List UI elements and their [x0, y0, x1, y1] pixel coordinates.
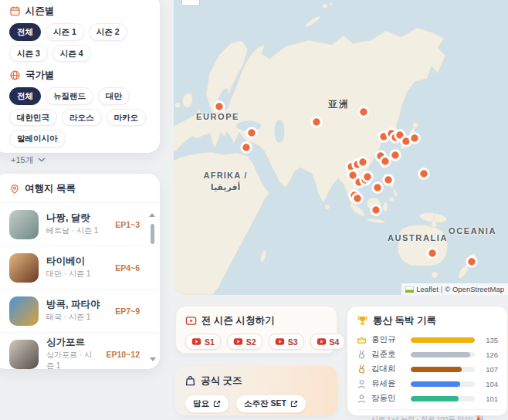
season-chip-2[interactable]: 시즌 2: [89, 23, 127, 41]
show-more-countries-button[interactable]: +15개: [11, 154, 46, 166]
map-marker[interactable]: [215, 102, 224, 111]
play-icon: [233, 337, 243, 347]
season-filter-header: 시즌별: [9, 5, 152, 18]
watch-header: 전 시즌 시청하기: [185, 314, 327, 327]
rank-icon: [357, 378, 367, 389]
destination-thumbnail: [9, 210, 39, 239]
scroll-down-icon[interactable]: [149, 357, 156, 361]
record-bar-fill: [411, 352, 470, 357]
map-marker[interactable]: [363, 172, 372, 181]
list-scrollbar[interactable]: [149, 206, 156, 361]
map-marker[interactable]: [428, 249, 437, 258]
record-bar-track: [411, 337, 475, 343]
map-marker[interactable]: [371, 205, 381, 215]
country-filter-label: 국가별: [25, 69, 55, 82]
scroll-up-icon[interactable]: [149, 206, 156, 220]
map-marker[interactable]: [242, 143, 251, 152]
goods-button-1[interactable]: 소주잔 SET: [235, 395, 306, 413]
record-bar-fill: [411, 337, 475, 343]
rank-icon: [357, 349, 367, 360]
destination-item[interactable]: 싱가포르싱가포르 · 시즌 1EP10~12: [0, 332, 160, 369]
record-row: 홍인규135: [357, 334, 498, 346]
zoom-out-button[interactable]: [181, 0, 200, 6]
silver-medal-icon: [357, 350, 367, 360]
goods-button-0[interactable]: 담요: [185, 395, 229, 413]
map-marker[interactable]: [410, 134, 419, 143]
destination-item[interactable]: 타이베이대만 · 시즌 1EP4~6: [0, 246, 160, 289]
map-marker[interactable]: [391, 151, 400, 160]
season-chip-0[interactable]: 전체: [9, 23, 41, 41]
watch-season-button-s4[interactable]: S4: [310, 334, 346, 350]
watch-season-button-s2[interactable]: S2: [227, 334, 262, 350]
play-icon: [275, 337, 285, 347]
map-marker[interactable]: [358, 158, 367, 167]
record-bar-fill: [411, 367, 462, 372]
play-icon: [317, 337, 327, 347]
watch-buttons: S1S2S3S4: [185, 334, 327, 350]
map-marker[interactable]: [467, 257, 476, 266]
record-row: 유세윤104: [357, 378, 498, 390]
map-label-europe: EUROPE: [196, 112, 239, 121]
destination-title: 방콕, 파타야: [46, 299, 107, 311]
map-label-africa: AFRIKA / أفريقيا: [202, 170, 249, 193]
record-value: 101: [479, 395, 498, 403]
destination-items: 나짱, 달랏베트남 · 시즌 1EP1~3타이베이대만 · 시즌 1EP4~6방…: [0, 203, 160, 369]
map-marker[interactable]: [381, 157, 390, 166]
destination-item[interactable]: 방콕, 파타야태국 · 시즌 1EP7~9: [0, 289, 160, 332]
destination-list-header: 여행지 목록: [0, 174, 160, 203]
map-marker[interactable]: [353, 194, 362, 203]
destination-item[interactable]: 나짱, 달랏베트남 · 시즌 1EP1~3: [0, 203, 160, 246]
map-marker[interactable]: [312, 117, 321, 127]
play-outline-icon: [185, 315, 197, 327]
season-chip-4[interactable]: 시즌 4: [52, 45, 91, 63]
episode-badge: EP1~3: [115, 220, 140, 229]
record-bar-fill: [411, 381, 460, 387]
watch-season-button-s1[interactable]: S1: [185, 334, 221, 350]
country-chip-3[interactable]: 대한민국: [9, 109, 57, 127]
rank-icon: [357, 364, 367, 374]
filter-panel: 시즌별 전체시즌 1시즌 2시즌 3시즌 4 국가별 전체뉴질랜드대만대한민국라…: [0, 0, 160, 153]
destination-info: 방콕, 파타야태국 · 시즌 1: [46, 299, 107, 323]
country-chip-6[interactable]: 말레이시아: [9, 130, 66, 147]
record-value: 104: [479, 380, 498, 388]
country-chip-1[interactable]: 뉴질랜드: [46, 87, 93, 105]
map-marker[interactable]: [247, 128, 256, 137]
country-chip-2[interactable]: 대만: [98, 87, 130, 105]
goods-buttons: 담요소주잔 SET: [185, 395, 328, 413]
scrollbar-thumb[interactable]: [151, 224, 154, 244]
record-panel: 통산 독박 기록 홍인규135김준호126김대희107유세윤104장동민101 …: [347, 306, 508, 416]
country-chip-5[interactable]: 마카오: [107, 109, 147, 127]
map-label-oceania: OCEANIA: [449, 226, 496, 235]
episode-badge: EP10~12: [107, 350, 141, 359]
destination-thumbnail: [9, 340, 39, 369]
record-bar-track: [411, 367, 475, 372]
destination-info: 타이베이대만 · 시즌 1: [46, 256, 107, 280]
app: 시즌별 전체시즌 1시즌 2시즌 3시즌 4 국가별 전체뉴질랜드대만대한민국라…: [0, 0, 508, 420]
map[interactable]: EUROPE 亚洲 AFRIKA / أفريقيا AUSTRALIA OCE…: [174, 0, 508, 295]
map-label-australia: AUSTRALIA: [388, 233, 448, 242]
goods-button-label: 소주잔 SET: [244, 398, 286, 409]
map-marker[interactable]: [373, 183, 382, 192]
record-row: 김준호126: [357, 348, 498, 361]
season-chip-3[interactable]: 시즌 3: [9, 45, 48, 63]
openstreetmap-link[interactable]: © OpenStreetMap: [445, 285, 504, 293]
destination-title: 타이베이: [46, 256, 107, 268]
play-icon: [191, 337, 202, 347]
world-map: [174, 0, 508, 295]
map-marker[interactable]: [384, 175, 393, 185]
destination-list-panel: 여행지 목록 나짱, 달랏베트남 · 시즌 1EP1~3타이베이대만 · 시즌 …: [0, 174, 160, 369]
country-chip-group: 전체뉴질랜드대만대한민국라오스마카오말레이시아: [9, 87, 152, 147]
episode-badge: EP7~9: [115, 307, 140, 316]
season-chip-1[interactable]: 시즌 1: [46, 23, 84, 41]
record-bar-track: [411, 381, 475, 387]
record-title: 통산 독박 기록: [373, 314, 436, 327]
chevron-down-icon: [38, 158, 46, 162]
record-name: 김대희: [371, 364, 406, 374]
watch-season-button-s3[interactable]: S3: [269, 334, 304, 350]
map-marker[interactable]: [419, 169, 428, 178]
map-marker[interactable]: [359, 107, 368, 117]
leaflet-link[interactable]: Leaflet: [416, 285, 439, 293]
country-chip-0[interactable]: 전체: [9, 87, 41, 105]
destination-subtitle: 베트남 · 시즌 1: [46, 225, 107, 236]
country-chip-4[interactable]: 라오스: [62, 109, 102, 127]
